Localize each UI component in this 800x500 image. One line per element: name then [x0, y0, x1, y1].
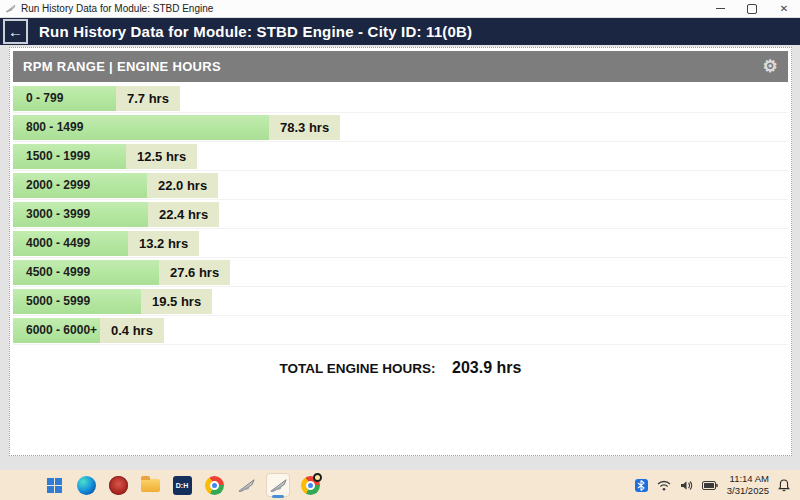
page-title: Run History Data for Module: STBD Engine…: [39, 23, 472, 40]
dh-app-icon: D:H: [173, 476, 192, 495]
windows-logo-icon: [47, 478, 62, 493]
engine-hours-value: 78.3 hrs: [269, 115, 340, 140]
rpm-range-bar: 2000 - 2999: [13, 173, 147, 198]
folder-icon: [141, 479, 160, 492]
clock-date: 3/31/2025: [727, 485, 769, 497]
edge-browser-button[interactable]: [74, 473, 98, 497]
clock-time: 11:14 AM: [727, 473, 769, 485]
app-header: ← Run History Data for Module: STBD Engi…: [0, 18, 800, 46]
total-engine-hours-value: 203.9 hrs: [452, 359, 521, 376]
taskbar: D:H 11:14 AM 3/31/2025: [0, 470, 800, 500]
volume-icon[interactable]: [680, 480, 693, 491]
engine-hours-value: 27.6 hrs: [159, 260, 230, 285]
total-engine-hours-label: TOTAL ENGINE HOURS:: [280, 361, 436, 376]
rpm-row: 3000 - 399922.4 hrs: [13, 200, 788, 229]
left-arrow-icon: ←: [8, 23, 23, 40]
rpm-range-bar: 800 - 1499: [13, 115, 269, 140]
engine-hours-value: 12.5 hrs: [126, 144, 197, 169]
window-titlebar: Run History Data for Module: STBD Engine…: [0, 0, 800, 18]
edge-icon: [77, 476, 96, 495]
app-wing-icon: [5, 0, 16, 18]
maximize-button[interactable]: [736, 0, 768, 17]
run-history-app-active-button[interactable]: [266, 473, 290, 497]
rpm-range-bar: 6000 - 6000+: [13, 318, 100, 343]
red-app-button[interactable]: [106, 473, 130, 497]
back-button[interactable]: ←: [3, 19, 28, 44]
window-title: Run History Data for Module: STBD Engine: [21, 3, 213, 14]
rpm-range-bar: 3000 - 3999: [13, 202, 148, 227]
rpm-row: 0 - 7997.7 hrs: [13, 84, 788, 113]
taskbar-icons: D:H: [42, 473, 322, 497]
rpm-row: 5000 - 599919.5 hrs: [13, 287, 788, 316]
close-icon: ✕: [780, 4, 788, 14]
wing-app-icon: [237, 476, 256, 495]
rpm-row: 2000 - 299922.0 hrs: [13, 171, 788, 200]
battery-icon[interactable]: [702, 481, 718, 490]
engine-hours-value: 7.7 hrs: [116, 86, 180, 111]
run-history-app-button[interactable]: [234, 473, 258, 497]
system-tray: 11:14 AM 3/31/2025: [635, 473, 794, 497]
rpm-range-bar: 4500 - 4999: [13, 260, 159, 285]
total-row: TOTAL ENGINE HOURS: 203.9 hrs: [13, 353, 788, 383]
rpm-row: 4500 - 499927.6 hrs: [13, 258, 788, 287]
minimize-icon: [716, 8, 725, 9]
chrome-browser-button[interactable]: [202, 473, 226, 497]
chrome-icon: [205, 476, 224, 495]
red-app-icon: [109, 476, 128, 495]
rpm-range-bar: 5000 - 5999: [13, 289, 141, 314]
window-controls: ✕: [704, 0, 800, 17]
wing-app-icon: [269, 476, 288, 495]
maximize-icon: [747, 4, 757, 14]
browser-profile-button[interactable]: [298, 473, 322, 497]
section-header: RPM RANGE | ENGINE HOURS ⚙: [13, 51, 788, 82]
file-explorer-button[interactable]: [138, 473, 162, 497]
gear-icon[interactable]: ⚙: [762, 58, 778, 75]
section-title: RPM RANGE | ENGINE HOURS: [23, 59, 221, 74]
engine-hours-value: 13.2 hrs: [128, 231, 199, 256]
dh-app-button[interactable]: D:H: [170, 473, 194, 497]
minimize-button[interactable]: [704, 0, 736, 17]
rpm-row: 800 - 149978.3 hrs: [13, 113, 788, 142]
taskbar-clock[interactable]: 11:14 AM 3/31/2025: [727, 473, 769, 497]
rpm-row: 4000 - 449913.2 hrs: [13, 229, 788, 258]
engine-hours-value: 0.4 hrs: [100, 318, 164, 343]
bluetooth-icon[interactable]: [635, 479, 648, 492]
rpm-row: 1500 - 199912.5 hrs: [13, 142, 788, 171]
engine-hours-value: 22.0 hrs: [147, 173, 218, 198]
windows-start-button[interactable]: [42, 473, 66, 497]
content-area: RPM RANGE | ENGINE HOURS ⚙ 0 - 7997.7 hr…: [0, 45, 800, 470]
engine-hours-value: 19.5 hrs: [141, 289, 212, 314]
rpm-range-bar: 1500 - 1999: [13, 144, 126, 169]
rpm-range-bar: 0 - 799: [13, 86, 116, 111]
bell-icon[interactable]: [778, 479, 790, 492]
rpm-row: 6000 - 6000+0.4 hrs: [13, 316, 788, 345]
profile-ring-icon: [313, 473, 322, 482]
rpm-rows: 0 - 7997.7 hrs800 - 149978.3 hrs1500 - 1…: [13, 84, 788, 345]
run-history-panel: RPM RANGE | ENGINE HOURS ⚙ 0 - 7997.7 hr…: [9, 47, 792, 456]
wifi-icon[interactable]: [657, 480, 671, 491]
rpm-range-bar: 4000 - 4499: [13, 231, 128, 256]
engine-hours-value: 22.4 hrs: [148, 202, 219, 227]
close-button[interactable]: ✕: [768, 0, 800, 17]
